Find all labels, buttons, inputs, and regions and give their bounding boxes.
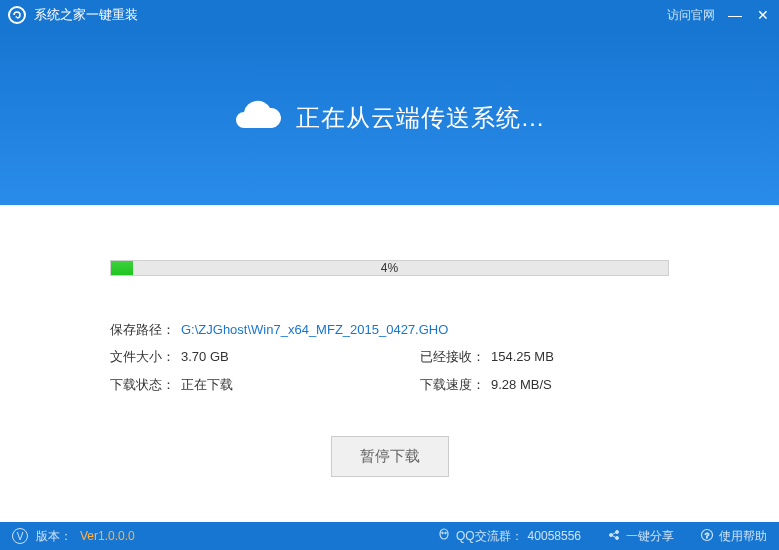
close-button[interactable]: ✕ — [755, 7, 771, 23]
share-link[interactable]: 一键分享 — [607, 528, 674, 545]
file-size-value: 3.70 GB — [181, 343, 229, 370]
download-progress-bar: 4% — [110, 260, 669, 276]
qq-group-link[interactable]: QQ交流群： 40058556 — [437, 528, 581, 545]
minimize-button[interactable]: — — [727, 7, 743, 23]
official-site-link[interactable]: 访问官网 — [667, 7, 715, 24]
hero-banner: 正在从云端传送系统… — [0, 30, 779, 205]
qq-value: 40058556 — [528, 529, 581, 543]
svg-point-2 — [445, 532, 447, 534]
version-label: 版本： — [36, 528, 72, 545]
qq-label: QQ交流群： — [456, 528, 523, 545]
save-path-label: 保存路径： — [110, 316, 175, 343]
help-icon: ? — [700, 528, 714, 545]
main-content: 4% 保存路径： G:\ZJGhost\Win7_x64_MFZ_2015_04… — [0, 205, 779, 477]
progress-percent-label: 4% — [111, 261, 668, 275]
titlebar: 系统之家一键重装 访问官网 — ✕ — [0, 0, 779, 30]
download-status-label: 下载状态： — [110, 371, 175, 398]
download-status-value: 正在下载 — [181, 371, 233, 398]
help-link[interactable]: ? 使用帮助 — [700, 528, 767, 545]
share-label: 一键分享 — [626, 528, 674, 545]
received-value: 154.25 MB — [491, 343, 554, 370]
speed-label: 下载速度： — [420, 371, 485, 398]
received-label: 已经接收： — [420, 343, 485, 370]
pause-download-button[interactable]: 暂停下载 — [331, 436, 449, 477]
qq-icon — [437, 528, 451, 545]
help-label: 使用帮助 — [719, 528, 767, 545]
file-size-label: 文件大小： — [110, 343, 175, 370]
app-title: 系统之家一键重装 — [34, 6, 667, 24]
share-icon — [607, 528, 621, 545]
save-path-value: G:\ZJGhost\Win7_x64_MFZ_2015_0427.GHO — [181, 316, 669, 343]
statusbar: V 版本： Ver1.0.0.0 QQ交流群： 40058556 一键分享 ? … — [0, 522, 779, 550]
version-value: Ver1.0.0.0 — [80, 529, 135, 543]
cloud-icon — [234, 100, 282, 136]
speed-value: 9.28 MB/S — [491, 371, 552, 398]
app-logo-icon — [8, 6, 26, 24]
svg-text:?: ? — [705, 531, 710, 540]
hero-status-text: 正在从云端传送系统… — [296, 102, 546, 134]
svg-point-1 — [442, 532, 444, 534]
svg-point-0 — [440, 529, 448, 539]
version-icon: V — [12, 528, 28, 544]
download-info: 保存路径： G:\ZJGhost\Win7_x64_MFZ_2015_0427.… — [110, 316, 669, 398]
